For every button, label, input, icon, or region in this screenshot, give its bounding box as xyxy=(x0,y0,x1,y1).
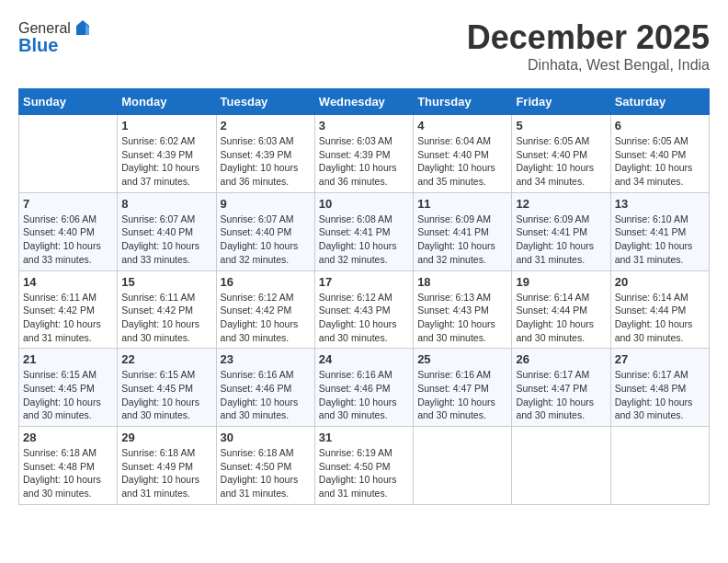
day-info: Sunrise: 6:11 AM Sunset: 4:42 PM Dayligh… xyxy=(23,291,113,345)
day-number: 26 xyxy=(516,352,606,366)
calendar-cell: 10Sunrise: 6:08 AM Sunset: 4:41 PM Dayli… xyxy=(314,192,413,270)
day-info: Sunrise: 6:19 AM Sunset: 4:50 PM Dayligh… xyxy=(319,446,409,500)
day-number: 3 xyxy=(319,119,409,132)
day-number: 25 xyxy=(417,352,507,366)
day-number: 17 xyxy=(319,275,409,289)
day-info: Sunrise: 6:14 AM Sunset: 4:44 PM Dayligh… xyxy=(615,291,705,345)
day-number: 12 xyxy=(516,197,606,211)
day-number: 28 xyxy=(23,431,113,444)
day-info: Sunrise: 6:18 AM Sunset: 4:50 PM Dayligh… xyxy=(221,446,311,500)
day-info: Sunrise: 6:11 AM Sunset: 4:42 PM Dayligh… xyxy=(121,291,211,345)
calendar-cell: 16Sunrise: 6:12 AM Sunset: 4:42 PM Dayli… xyxy=(216,270,314,349)
calendar-cell xyxy=(414,427,512,505)
day-info: Sunrise: 6:12 AM Sunset: 4:43 PM Dayligh… xyxy=(319,291,409,345)
calendar-cell: 3Sunrise: 6:03 AM Sunset: 4:39 PM Daylig… xyxy=(314,115,413,193)
day-number: 18 xyxy=(417,275,507,289)
day-number: 1 xyxy=(121,119,211,132)
day-number: 20 xyxy=(615,275,705,289)
calendar-cell: 31Sunrise: 6:19 AM Sunset: 4:50 PM Dayli… xyxy=(314,427,413,505)
calendar-cell: 2Sunrise: 6:03 AM Sunset: 4:39 PM Daylig… xyxy=(216,115,314,193)
calendar-cell xyxy=(610,427,709,505)
calendar-cell: 15Sunrise: 6:11 AM Sunset: 4:42 PM Dayli… xyxy=(118,270,216,349)
day-number: 31 xyxy=(319,431,409,444)
day-info: Sunrise: 6:17 AM Sunset: 4:47 PM Dayligh… xyxy=(516,368,606,422)
calendar-cell: 5Sunrise: 6:05 AM Sunset: 4:40 PM Daylig… xyxy=(512,115,610,193)
day-info: Sunrise: 6:08 AM Sunset: 4:41 PM Dayligh… xyxy=(319,213,409,267)
calendar-cell: 30Sunrise: 6:18 AM Sunset: 4:50 PM Dayli… xyxy=(216,427,314,505)
calendar-cell: 27Sunrise: 6:17 AM Sunset: 4:48 PM Dayli… xyxy=(610,349,709,427)
calendar-cell: 7Sunrise: 6:06 AM Sunset: 4:40 PM Daylig… xyxy=(19,192,118,270)
weekday-header: Saturday xyxy=(610,89,709,115)
day-info: Sunrise: 6:04 AM Sunset: 4:40 PM Dayligh… xyxy=(417,134,507,189)
calendar-cell: 23Sunrise: 6:16 AM Sunset: 4:46 PM Dayli… xyxy=(216,349,314,427)
calendar-cell: 13Sunrise: 6:10 AM Sunset: 4:41 PM Dayli… xyxy=(610,192,709,270)
day-info: Sunrise: 6:17 AM Sunset: 4:48 PM Dayligh… xyxy=(615,368,705,422)
day-info: Sunrise: 6:13 AM Sunset: 4:43 PM Dayligh… xyxy=(417,291,507,345)
day-info: Sunrise: 6:09 AM Sunset: 4:41 PM Dayligh… xyxy=(516,213,606,267)
calendar-cell xyxy=(19,115,118,193)
calendar-cell: 20Sunrise: 6:14 AM Sunset: 4:44 PM Dayli… xyxy=(610,270,709,349)
calendar-header-row: SundayMondayTuesdayWednesdayThursdayFrid… xyxy=(19,89,710,115)
day-info: Sunrise: 6:03 AM Sunset: 4:39 PM Dayligh… xyxy=(319,134,409,189)
calendar-week-row: 14Sunrise: 6:11 AM Sunset: 4:42 PM Dayli… xyxy=(19,270,710,349)
day-number: 15 xyxy=(121,275,211,289)
day-info: Sunrise: 6:05 AM Sunset: 4:40 PM Dayligh… xyxy=(615,134,705,189)
calendar-week-row: 21Sunrise: 6:15 AM Sunset: 4:45 PM Dayli… xyxy=(19,349,710,427)
day-info: Sunrise: 6:09 AM Sunset: 4:41 PM Dayligh… xyxy=(417,213,507,267)
calendar-cell xyxy=(512,427,610,505)
day-info: Sunrise: 6:07 AM Sunset: 4:40 PM Dayligh… xyxy=(121,213,211,267)
day-info: Sunrise: 6:05 AM Sunset: 4:40 PM Dayligh… xyxy=(516,134,606,189)
calendar-cell: 14Sunrise: 6:11 AM Sunset: 4:42 PM Dayli… xyxy=(19,270,118,349)
calendar-cell: 17Sunrise: 6:12 AM Sunset: 4:43 PM Dayli… xyxy=(314,270,413,349)
month-title: December 2025 xyxy=(467,18,710,57)
day-info: Sunrise: 6:06 AM Sunset: 4:40 PM Dayligh… xyxy=(23,213,113,267)
calendar-cell: 25Sunrise: 6:16 AM Sunset: 4:47 PM Dayli… xyxy=(414,349,512,427)
day-number: 5 xyxy=(516,119,606,132)
day-number: 24 xyxy=(319,352,409,366)
calendar-cell: 8Sunrise: 6:07 AM Sunset: 4:40 PM Daylig… xyxy=(118,192,216,270)
day-number: 30 xyxy=(221,431,311,444)
weekday-header: Tuesday xyxy=(216,89,314,115)
weekday-header: Sunday xyxy=(19,89,118,115)
calendar-cell: 6Sunrise: 6:05 AM Sunset: 4:40 PM Daylig… xyxy=(610,115,709,193)
day-number: 19 xyxy=(516,275,606,289)
day-number: 4 xyxy=(417,119,507,132)
day-info: Sunrise: 6:15 AM Sunset: 4:45 PM Dayligh… xyxy=(121,368,211,422)
location-text: Dinhata, West Bengal, India xyxy=(467,57,710,74)
calendar-week-row: 28Sunrise: 6:18 AM Sunset: 4:48 PM Dayli… xyxy=(19,427,710,505)
day-info: Sunrise: 6:15 AM Sunset: 4:45 PM Dayligh… xyxy=(23,368,113,422)
day-info: Sunrise: 6:02 AM Sunset: 4:39 PM Dayligh… xyxy=(121,134,211,189)
logo: General Blue xyxy=(18,18,93,56)
day-number: 16 xyxy=(221,275,311,289)
calendar-cell: 11Sunrise: 6:09 AM Sunset: 4:41 PM Dayli… xyxy=(414,192,512,270)
day-info: Sunrise: 6:14 AM Sunset: 4:44 PM Dayligh… xyxy=(516,291,606,345)
calendar-table: SundayMondayTuesdayWednesdayThursdayFrid… xyxy=(18,88,710,505)
day-number: 22 xyxy=(121,352,211,366)
calendar-cell: 1Sunrise: 6:02 AM Sunset: 4:39 PM Daylig… xyxy=(118,115,216,193)
day-info: Sunrise: 6:16 AM Sunset: 4:46 PM Dayligh… xyxy=(221,368,311,422)
logo-icon xyxy=(73,18,93,39)
day-number: 23 xyxy=(221,352,311,366)
calendar-cell: 12Sunrise: 6:09 AM Sunset: 4:41 PM Dayli… xyxy=(512,192,610,270)
calendar-week-row: 7Sunrise: 6:06 AM Sunset: 4:40 PM Daylig… xyxy=(19,192,710,270)
day-number: 2 xyxy=(221,119,311,132)
weekday-header: Thursday xyxy=(414,89,512,115)
day-number: 8 xyxy=(121,197,211,211)
calendar-cell: 9Sunrise: 6:07 AM Sunset: 4:40 PM Daylig… xyxy=(216,192,314,270)
day-number: 21 xyxy=(23,352,113,366)
calendar-cell: 18Sunrise: 6:13 AM Sunset: 4:43 PM Dayli… xyxy=(414,270,512,349)
day-number: 9 xyxy=(221,197,311,211)
calendar-cell: 4Sunrise: 6:04 AM Sunset: 4:40 PM Daylig… xyxy=(414,115,512,193)
weekday-header: Friday xyxy=(512,89,610,115)
day-info: Sunrise: 6:03 AM Sunset: 4:39 PM Dayligh… xyxy=(221,134,311,189)
day-number: 14 xyxy=(23,275,113,289)
calendar-cell: 19Sunrise: 6:14 AM Sunset: 4:44 PM Dayli… xyxy=(512,270,610,349)
day-number: 29 xyxy=(121,431,211,444)
day-info: Sunrise: 6:10 AM Sunset: 4:41 PM Dayligh… xyxy=(615,213,705,267)
calendar-cell: 28Sunrise: 6:18 AM Sunset: 4:48 PM Dayli… xyxy=(19,427,118,505)
calendar-cell: 22Sunrise: 6:15 AM Sunset: 4:45 PM Dayli… xyxy=(118,349,216,427)
page-header: General Blue December 2025 Dinhata, West… xyxy=(18,18,710,74)
calendar-cell: 29Sunrise: 6:18 AM Sunset: 4:49 PM Dayli… xyxy=(118,427,216,505)
weekday-header: Monday xyxy=(118,89,216,115)
day-info: Sunrise: 6:18 AM Sunset: 4:49 PM Dayligh… xyxy=(121,446,211,500)
